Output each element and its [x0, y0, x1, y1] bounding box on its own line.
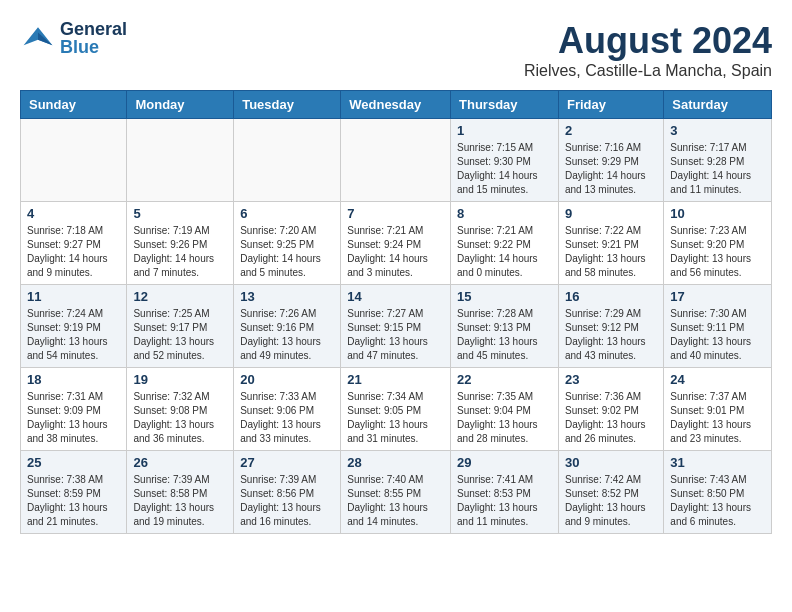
- day-number: 8: [457, 206, 552, 221]
- day-number: 9: [565, 206, 657, 221]
- day-number: 30: [565, 455, 657, 470]
- calendar-table: SundayMondayTuesdayWednesdayThursdayFrid…: [20, 90, 772, 534]
- calendar-cell: 6Sunrise: 7:20 AM Sunset: 9:25 PM Daylig…: [234, 202, 341, 285]
- day-number: 29: [457, 455, 552, 470]
- calendar-cell: 11Sunrise: 7:24 AM Sunset: 9:19 PM Dayli…: [21, 285, 127, 368]
- weekday-header-row: SundayMondayTuesdayWednesdayThursdayFrid…: [21, 91, 772, 119]
- calendar-cell: 15Sunrise: 7:28 AM Sunset: 9:13 PM Dayli…: [451, 285, 559, 368]
- day-number: 25: [27, 455, 120, 470]
- calendar-cell: 23Sunrise: 7:36 AM Sunset: 9:02 PM Dayli…: [558, 368, 663, 451]
- day-info: Sunrise: 7:32 AM Sunset: 9:08 PM Dayligh…: [133, 390, 227, 446]
- calendar-cell: 19Sunrise: 7:32 AM Sunset: 9:08 PM Dayli…: [127, 368, 234, 451]
- day-info: Sunrise: 7:39 AM Sunset: 8:56 PM Dayligh…: [240, 473, 334, 529]
- day-info: Sunrise: 7:39 AM Sunset: 8:58 PM Dayligh…: [133, 473, 227, 529]
- day-info: Sunrise: 7:35 AM Sunset: 9:04 PM Dayligh…: [457, 390, 552, 446]
- day-info: Sunrise: 7:36 AM Sunset: 9:02 PM Dayligh…: [565, 390, 657, 446]
- day-info: Sunrise: 7:22 AM Sunset: 9:21 PM Dayligh…: [565, 224, 657, 280]
- calendar-cell: 13Sunrise: 7:26 AM Sunset: 9:16 PM Dayli…: [234, 285, 341, 368]
- calendar-cell: 4Sunrise: 7:18 AM Sunset: 9:27 PM Daylig…: [21, 202, 127, 285]
- calendar-cell: 28Sunrise: 7:40 AM Sunset: 8:55 PM Dayli…: [341, 451, 451, 534]
- day-info: Sunrise: 7:15 AM Sunset: 9:30 PM Dayligh…: [457, 141, 552, 197]
- day-info: Sunrise: 7:43 AM Sunset: 8:50 PM Dayligh…: [670, 473, 765, 529]
- day-number: 16: [565, 289, 657, 304]
- day-number: 14: [347, 289, 444, 304]
- calendar-cell: 8Sunrise: 7:21 AM Sunset: 9:22 PM Daylig…: [451, 202, 559, 285]
- calendar-cell: 10Sunrise: 7:23 AM Sunset: 9:20 PM Dayli…: [664, 202, 772, 285]
- page-header: General Blue August 2024 Rielves, Castil…: [20, 20, 772, 80]
- weekday-header-tuesday: Tuesday: [234, 91, 341, 119]
- calendar-cell: 14Sunrise: 7:27 AM Sunset: 9:15 PM Dayli…: [341, 285, 451, 368]
- day-info: Sunrise: 7:24 AM Sunset: 9:19 PM Dayligh…: [27, 307, 120, 363]
- day-info: Sunrise: 7:20 AM Sunset: 9:25 PM Dayligh…: [240, 224, 334, 280]
- weekday-header-sunday: Sunday: [21, 91, 127, 119]
- calendar-cell: 30Sunrise: 7:42 AM Sunset: 8:52 PM Dayli…: [558, 451, 663, 534]
- calendar-cell: 27Sunrise: 7:39 AM Sunset: 8:56 PM Dayli…: [234, 451, 341, 534]
- calendar-cell: 25Sunrise: 7:38 AM Sunset: 8:59 PM Dayli…: [21, 451, 127, 534]
- calendar-week-row: 11Sunrise: 7:24 AM Sunset: 9:19 PM Dayli…: [21, 285, 772, 368]
- day-number: 1: [457, 123, 552, 138]
- day-number: 12: [133, 289, 227, 304]
- day-info: Sunrise: 7:19 AM Sunset: 9:26 PM Dayligh…: [133, 224, 227, 280]
- logo-icon: [20, 20, 56, 56]
- day-info: Sunrise: 7:21 AM Sunset: 9:24 PM Dayligh…: [347, 224, 444, 280]
- day-info: Sunrise: 7:21 AM Sunset: 9:22 PM Dayligh…: [457, 224, 552, 280]
- calendar-week-row: 1Sunrise: 7:15 AM Sunset: 9:30 PM Daylig…: [21, 119, 772, 202]
- day-info: Sunrise: 7:16 AM Sunset: 9:29 PM Dayligh…: [565, 141, 657, 197]
- day-number: 3: [670, 123, 765, 138]
- calendar-cell: 17Sunrise: 7:30 AM Sunset: 9:11 PM Dayli…: [664, 285, 772, 368]
- day-info: Sunrise: 7:18 AM Sunset: 9:27 PM Dayligh…: [27, 224, 120, 280]
- day-info: Sunrise: 7:28 AM Sunset: 9:13 PM Dayligh…: [457, 307, 552, 363]
- calendar-cell: 12Sunrise: 7:25 AM Sunset: 9:17 PM Dayli…: [127, 285, 234, 368]
- day-number: 7: [347, 206, 444, 221]
- weekday-header-friday: Friday: [558, 91, 663, 119]
- day-info: Sunrise: 7:38 AM Sunset: 8:59 PM Dayligh…: [27, 473, 120, 529]
- calendar-week-row: 18Sunrise: 7:31 AM Sunset: 9:09 PM Dayli…: [21, 368, 772, 451]
- calendar-cell: 5Sunrise: 7:19 AM Sunset: 9:26 PM Daylig…: [127, 202, 234, 285]
- calendar-cell: [21, 119, 127, 202]
- calendar-cell: 2Sunrise: 7:16 AM Sunset: 9:29 PM Daylig…: [558, 119, 663, 202]
- day-number: 24: [670, 372, 765, 387]
- day-info: Sunrise: 7:23 AM Sunset: 9:20 PM Dayligh…: [670, 224, 765, 280]
- logo-blue-text: Blue: [60, 38, 127, 56]
- day-number: 15: [457, 289, 552, 304]
- calendar-cell: 16Sunrise: 7:29 AM Sunset: 9:12 PM Dayli…: [558, 285, 663, 368]
- day-number: 18: [27, 372, 120, 387]
- day-info: Sunrise: 7:26 AM Sunset: 9:16 PM Dayligh…: [240, 307, 334, 363]
- day-number: 6: [240, 206, 334, 221]
- day-number: 13: [240, 289, 334, 304]
- logo-general-text: General: [60, 20, 127, 38]
- day-number: 21: [347, 372, 444, 387]
- day-number: 19: [133, 372, 227, 387]
- day-info: Sunrise: 7:34 AM Sunset: 9:05 PM Dayligh…: [347, 390, 444, 446]
- day-number: 10: [670, 206, 765, 221]
- calendar-cell: 18Sunrise: 7:31 AM Sunset: 9:09 PM Dayli…: [21, 368, 127, 451]
- logo: General Blue: [20, 20, 127, 56]
- calendar-cell: 26Sunrise: 7:39 AM Sunset: 8:58 PM Dayli…: [127, 451, 234, 534]
- day-info: Sunrise: 7:33 AM Sunset: 9:06 PM Dayligh…: [240, 390, 334, 446]
- calendar-cell: 9Sunrise: 7:22 AM Sunset: 9:21 PM Daylig…: [558, 202, 663, 285]
- day-info: Sunrise: 7:42 AM Sunset: 8:52 PM Dayligh…: [565, 473, 657, 529]
- calendar-title: August 2024: [524, 20, 772, 62]
- calendar-cell: [234, 119, 341, 202]
- day-info: Sunrise: 7:30 AM Sunset: 9:11 PM Dayligh…: [670, 307, 765, 363]
- calendar-cell: 22Sunrise: 7:35 AM Sunset: 9:04 PM Dayli…: [451, 368, 559, 451]
- day-info: Sunrise: 7:37 AM Sunset: 9:01 PM Dayligh…: [670, 390, 765, 446]
- calendar-cell: 21Sunrise: 7:34 AM Sunset: 9:05 PM Dayli…: [341, 368, 451, 451]
- day-number: 5: [133, 206, 227, 221]
- day-info: Sunrise: 7:17 AM Sunset: 9:28 PM Dayligh…: [670, 141, 765, 197]
- calendar-week-row: 4Sunrise: 7:18 AM Sunset: 9:27 PM Daylig…: [21, 202, 772, 285]
- day-info: Sunrise: 7:27 AM Sunset: 9:15 PM Dayligh…: [347, 307, 444, 363]
- calendar-cell: 29Sunrise: 7:41 AM Sunset: 8:53 PM Dayli…: [451, 451, 559, 534]
- calendar-cell: 1Sunrise: 7:15 AM Sunset: 9:30 PM Daylig…: [451, 119, 559, 202]
- day-info: Sunrise: 7:41 AM Sunset: 8:53 PM Dayligh…: [457, 473, 552, 529]
- day-number: 2: [565, 123, 657, 138]
- calendar-title-section: August 2024 Rielves, Castille-La Mancha,…: [524, 20, 772, 80]
- day-number: 28: [347, 455, 444, 470]
- weekday-header-wednesday: Wednesday: [341, 91, 451, 119]
- calendar-week-row: 25Sunrise: 7:38 AM Sunset: 8:59 PM Dayli…: [21, 451, 772, 534]
- calendar-subtitle: Rielves, Castille-La Mancha, Spain: [524, 62, 772, 80]
- calendar-cell: 7Sunrise: 7:21 AM Sunset: 9:24 PM Daylig…: [341, 202, 451, 285]
- day-number: 31: [670, 455, 765, 470]
- logo-text: General Blue: [60, 20, 127, 56]
- weekday-header-saturday: Saturday: [664, 91, 772, 119]
